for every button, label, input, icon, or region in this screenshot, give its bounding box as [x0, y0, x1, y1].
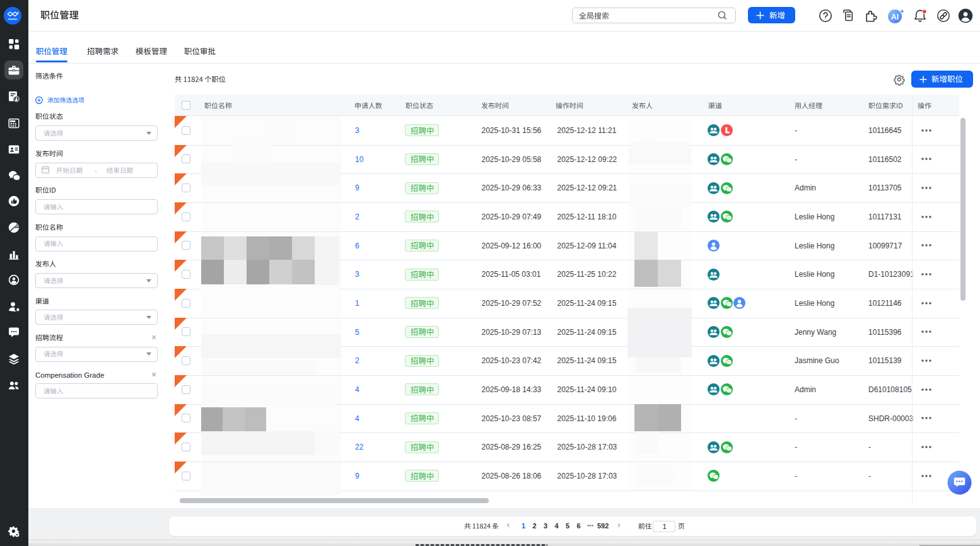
svg-text:AI: AI	[891, 13, 899, 21]
